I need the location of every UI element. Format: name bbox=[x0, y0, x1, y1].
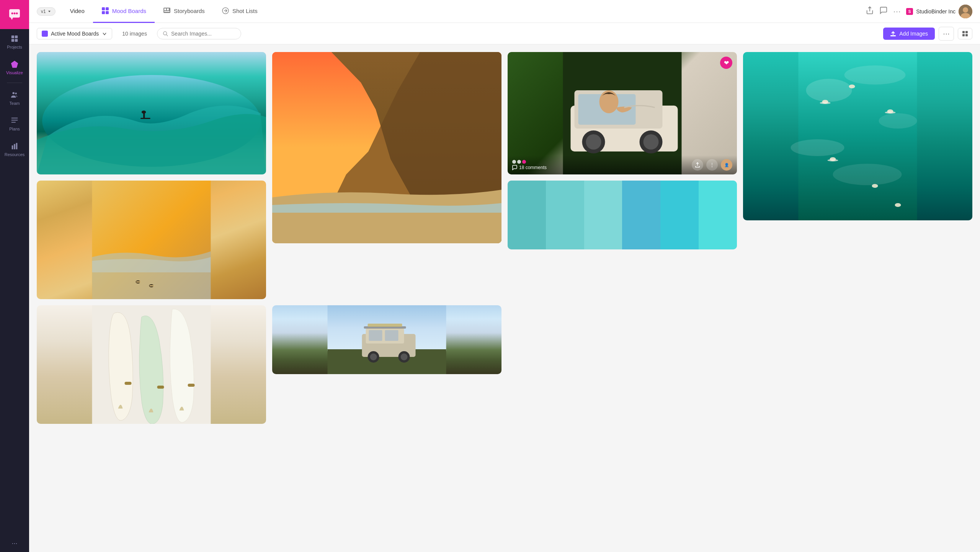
sidebar-logo[interactable] bbox=[0, 0, 29, 29]
svg-point-58 bbox=[879, 113, 917, 129]
svg-rect-21 bbox=[106, 11, 109, 14]
team-icon bbox=[10, 91, 19, 99]
tab-shot-lists[interactable]: Shot Lists bbox=[213, 0, 266, 23]
swatch-1 bbox=[508, 181, 546, 249]
tab-mood-boards[interactable]: Mood Boards bbox=[93, 0, 155, 23]
grid-icon bbox=[10, 34, 19, 43]
share-arrow-icon bbox=[866, 6, 874, 15]
avatar-overlay: 👤 bbox=[721, 159, 732, 171]
nav-video[interactable]: Video bbox=[62, 0, 93, 23]
svg-point-62 bbox=[849, 85, 855, 88]
svg-point-33 bbox=[163, 31, 167, 35]
grid-item-beach-cliff[interactable] bbox=[272, 52, 501, 243]
color-indicator bbox=[42, 31, 48, 37]
svg-point-3 bbox=[16, 13, 18, 15]
svg-rect-8 bbox=[15, 39, 18, 42]
svg-point-68 bbox=[885, 111, 896, 114]
svg-rect-15 bbox=[12, 145, 13, 149]
svg-point-57 bbox=[844, 65, 906, 85]
svg-rect-37 bbox=[965, 31, 968, 33]
svg-rect-39 bbox=[965, 34, 968, 36]
svg-point-42 bbox=[142, 111, 146, 114]
svg-rect-18 bbox=[102, 7, 105, 10]
svg-point-2 bbox=[14, 13, 16, 15]
svg-point-66 bbox=[895, 203, 901, 207]
svg-rect-17 bbox=[16, 143, 18, 150]
diamond-icon bbox=[10, 60, 19, 68]
grid-item-van[interactable] bbox=[272, 305, 501, 374]
surfboards-svg bbox=[37, 305, 266, 424]
search-box[interactable] bbox=[157, 28, 241, 39]
svg-rect-19 bbox=[106, 7, 109, 10]
tab-storyboards[interactable]: Storyboards bbox=[155, 0, 213, 23]
grid-item-color-swatches[interactable] bbox=[508, 181, 737, 249]
grid-item-car-woman[interactable]: ❤ 18 comments bbox=[508, 52, 737, 174]
svg-marker-9 bbox=[11, 61, 18, 68]
comment-icon[interactable] bbox=[879, 6, 888, 16]
swatch-6 bbox=[699, 181, 737, 249]
svg-point-65 bbox=[872, 184, 878, 188]
add-images-button[interactable]: Add Images bbox=[883, 28, 935, 40]
more-options-icon[interactable]: ⋯ bbox=[893, 7, 901, 16]
masonry-grid: ❤ 18 comments bbox=[37, 52, 972, 424]
svg-rect-25 bbox=[164, 11, 170, 12]
user-menu[interactable]: S StudioBinder Inc bbox=[906, 5, 972, 18]
toolbar: Active Mood Boards 10 images Add Images bbox=[29, 23, 980, 44]
image-overlay: 18 comments ⋮ 👤 bbox=[508, 155, 737, 174]
svg-point-54 bbox=[644, 134, 659, 150]
svg-rect-76 bbox=[125, 382, 132, 385]
svg-rect-5 bbox=[11, 36, 14, 38]
sidebar-item-resources[interactable]: Resources bbox=[0, 137, 29, 162]
user-name: StudioBinder Inc bbox=[916, 8, 956, 15]
topnav-right-actions: ⋯ S StudioBinder Inc bbox=[866, 5, 972, 18]
svg-rect-78 bbox=[188, 384, 195, 387]
sidebar-divider bbox=[7, 83, 22, 83]
sidebar-item-projects[interactable]: Projects bbox=[0, 29, 29, 55]
svg-rect-6 bbox=[15, 36, 18, 38]
svg-rect-24 bbox=[167, 8, 169, 10]
svg-point-59 bbox=[791, 139, 844, 156]
grid-item-sand-aerial[interactable] bbox=[37, 181, 266, 299]
sidebar-item-visualize[interactable]: Visualize bbox=[0, 55, 29, 80]
share-icon[interactable] bbox=[866, 6, 874, 16]
svg-rect-83 bbox=[369, 330, 382, 341]
sidebar-item-team[interactable]: Team bbox=[0, 85, 29, 111]
color-swatches bbox=[508, 181, 737, 249]
svg-point-67 bbox=[820, 102, 831, 104]
svg-point-86 bbox=[370, 353, 377, 360]
main-content: v1 Video Mood Boards Storyboards bbox=[29, 0, 980, 552]
sidebar-more[interactable]: ... bbox=[11, 538, 17, 552]
more-overlay-btn[interactable]: ⋮ bbox=[706, 159, 718, 171]
version-selector[interactable]: v1 bbox=[37, 7, 56, 16]
svg-point-56 bbox=[806, 79, 852, 102]
search-icon bbox=[163, 31, 168, 37]
svg-point-52 bbox=[586, 134, 601, 150]
swatch-5 bbox=[660, 181, 699, 249]
svg-rect-35 bbox=[890, 35, 896, 36]
svg-point-10 bbox=[13, 92, 15, 94]
share-overlay-btn[interactable] bbox=[692, 159, 703, 171]
van-svg bbox=[272, 305, 501, 374]
search-input[interactable] bbox=[171, 31, 235, 37]
mood-board-selector[interactable]: Active Mood Boards bbox=[37, 28, 112, 39]
svg-point-31 bbox=[963, 7, 968, 13]
svg-rect-13 bbox=[11, 120, 18, 120]
grid-item-surf[interactable] bbox=[37, 52, 266, 174]
heart-badge[interactable]: ❤ bbox=[720, 57, 732, 69]
toolbar-grid-button[interactable] bbox=[958, 28, 972, 39]
svg-rect-14 bbox=[11, 122, 16, 123]
svg-marker-4 bbox=[11, 18, 13, 20]
svg-rect-12 bbox=[11, 118, 18, 119]
swatch-2 bbox=[546, 181, 584, 249]
toolbar-right: Add Images ⋯ bbox=[883, 27, 972, 41]
svg-rect-43 bbox=[140, 118, 150, 119]
aerial-svg bbox=[743, 52, 972, 220]
toolbar-more-button[interactable]: ⋯ bbox=[939, 27, 954, 41]
grid-item-aerial-swimmers[interactable] bbox=[743, 52, 972, 220]
svg-text:S: S bbox=[908, 10, 911, 14]
chat-bubble-icon bbox=[879, 6, 888, 15]
sidebar-item-plans[interactable]: Plans bbox=[0, 111, 29, 137]
svg-rect-7 bbox=[11, 39, 14, 42]
chevron-down-icon bbox=[47, 10, 51, 13]
grid-item-surfboards[interactable] bbox=[37, 305, 266, 424]
